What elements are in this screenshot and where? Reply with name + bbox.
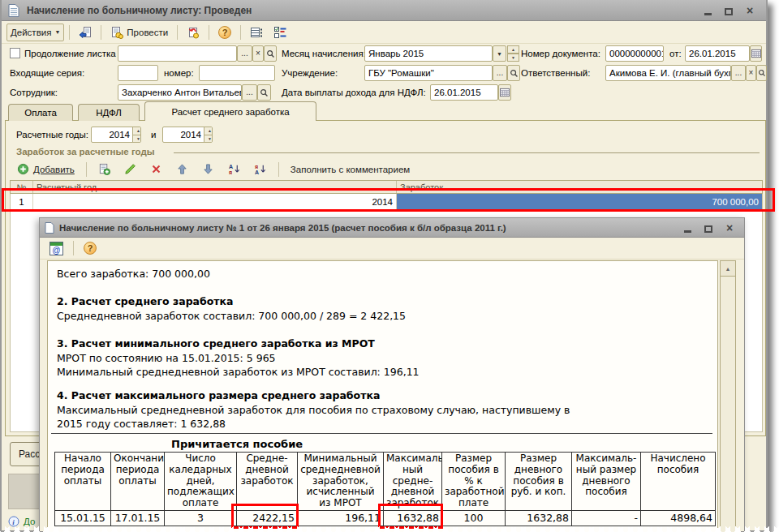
benefit-value-cell: 17.01.15 bbox=[111, 510, 165, 526]
month-dropdown-button[interactable]: ▼ bbox=[493, 45, 506, 62]
post-button[interactable]: Провести bbox=[106, 24, 172, 41]
main-titlebar[interactable]: Начисление по больничному листу: Проведе… bbox=[2, 0, 766, 21]
help-button[interactable]: ? bbox=[80, 239, 101, 257]
responsible-choose-button[interactable]: ... bbox=[731, 65, 746, 81]
row-earnings-cell-selected[interactable]: 700 000,00 bbox=[397, 194, 762, 210]
earnings-grid-row[interactable]: 1 2014 700 000,00 bbox=[10, 194, 763, 211]
year-to-spinner[interactable]: ▲ ▼ bbox=[204, 127, 213, 143]
edit-row-button[interactable] bbox=[120, 161, 141, 178]
year-to-field[interactable]: 2014 ▲ ▼ bbox=[162, 127, 213, 143]
ndfl-date-field[interactable]: 26.01.2015 bbox=[430, 84, 498, 101]
fill-with-comment-button[interactable]: Заполнить с комментарием bbox=[286, 161, 414, 178]
magnifier-icon bbox=[510, 69, 519, 78]
column-header-earnings[interactable]: Заработок bbox=[397, 181, 762, 193]
employee-choose-button[interactable]: ... bbox=[242, 84, 257, 101]
scroll-up-icon[interactable]: ▲ bbox=[721, 261, 735, 277]
actions-button[interactable]: Действия ▼ bbox=[6, 24, 64, 41]
maximize-button[interactable] bbox=[722, 5, 735, 16]
close-button[interactable]: × bbox=[723, 222, 736, 234]
doc-date-field[interactable]: 26.01.2015 bbox=[685, 45, 750, 62]
toolbar-separator bbox=[278, 162, 279, 177]
continuation-checkbox[interactable] bbox=[10, 48, 20, 58]
employee-field[interactable]: Захарченко Антон Витальеви bbox=[118, 84, 242, 101]
dialog-scrollbar[interactable]: ▲ bbox=[720, 260, 736, 532]
year-from-spinner[interactable]: ▲ ▼ bbox=[132, 127, 141, 143]
spin-down-icon[interactable]: ▼ bbox=[204, 135, 213, 144]
continuation-field[interactable] bbox=[118, 45, 237, 62]
benefit-value-cell-max-daily: 1632,88 bbox=[384, 510, 442, 526]
fill-with-comment-label: Заполнить с комментарием bbox=[291, 165, 410, 174]
report-section3-title: 3. Расчет минимального среднего заработк… bbox=[57, 337, 375, 350]
report-section2-text: Среднедневной заработок составил: 700 00… bbox=[57, 310, 406, 322]
delete-row-button[interactable] bbox=[146, 161, 167, 178]
continuation-clear-button[interactable]: × bbox=[252, 45, 264, 62]
toolbar-separator bbox=[177, 25, 178, 40]
document-icon bbox=[8, 4, 21, 17]
sort-descending-button[interactable]: яА bbox=[250, 161, 271, 178]
dialog-titlebar[interactable]: Начисление по больничному листу № 1 от 2… bbox=[40, 218, 744, 238]
institution-choose-button[interactable]: ... bbox=[493, 65, 507, 81]
add-row-label: Добавить bbox=[33, 165, 75, 174]
doc-date-calendar-button[interactable] bbox=[750, 45, 762, 62]
ndfl-date-calendar-button[interactable] bbox=[498, 84, 511, 101]
column-header-number[interactable]: № bbox=[11, 181, 33, 193]
post-document-icon bbox=[110, 26, 123, 39]
month-combobox[interactable]: Январь 2015 bbox=[364, 45, 493, 62]
row-number-cell[interactable]: 1 bbox=[11, 194, 33, 210]
toolbar-separator bbox=[69, 25, 70, 40]
benefit-header-cell: Размер дневного пособия в руб. и коп. bbox=[506, 453, 572, 511]
spin-up-icon[interactable]: ▲ bbox=[133, 127, 141, 135]
month-spinner[interactable]: ▲ ▼ bbox=[507, 45, 519, 62]
minimize-button[interactable] bbox=[681, 222, 694, 234]
responsible-label: Ответственный: bbox=[521, 68, 590, 78]
maximize-button[interactable] bbox=[702, 222, 715, 234]
incoming-series-label: Входящие серия: bbox=[10, 68, 84, 78]
responsible-open-button[interactable] bbox=[756, 65, 767, 81]
benefit-header-cell: Максималь-ный средне-дневной заработок bbox=[384, 453, 442, 511]
move-up-button[interactable] bbox=[172, 161, 193, 178]
employee-open-button[interactable] bbox=[257, 84, 271, 101]
spin-down-icon[interactable]: ▼ bbox=[507, 54, 519, 62]
sort-ascending-button[interactable]: Ая bbox=[224, 161, 245, 178]
move-down-button[interactable] bbox=[198, 161, 219, 178]
spin-up-icon[interactable]: ▲ bbox=[507, 45, 519, 54]
spin-down-icon[interactable]: ▼ bbox=[133, 135, 141, 144]
toolbar-separator bbox=[240, 25, 241, 40]
month-label: Месяц начисления: bbox=[282, 49, 366, 58]
minimize-button[interactable] bbox=[701, 5, 714, 16]
benefit-value-cell: 196,11 bbox=[298, 510, 384, 526]
help-button[interactable]: ? bbox=[214, 24, 235, 41]
close-button[interactable]: × bbox=[743, 5, 756, 16]
report-section4-text1: Максимальный среднедневной заработок для… bbox=[57, 404, 570, 416]
spin-up-icon[interactable]: ▲ bbox=[204, 127, 213, 135]
continuation-choose-button[interactable]: ... bbox=[237, 45, 252, 62]
year-from-field[interactable]: 2014 ▲ ▼ bbox=[91, 127, 141, 143]
responsible-field[interactable]: Акимова Е. И. (главный бухг bbox=[605, 65, 731, 81]
continuation-open-button[interactable] bbox=[264, 45, 277, 62]
doc-number-field[interactable]: 00000000001 bbox=[605, 45, 664, 62]
tab-payment[interactable]: Оплата bbox=[8, 104, 73, 121]
list-settings-button[interactable] bbox=[246, 24, 267, 41]
save-close-button[interactable] bbox=[75, 24, 96, 41]
row-year-cell[interactable]: 2014 bbox=[33, 194, 397, 210]
cancel-posting-icon bbox=[187, 26, 200, 39]
cancel-posting-button[interactable] bbox=[183, 24, 204, 41]
institution-field[interactable]: ГБУ "Ромашки" bbox=[364, 65, 493, 81]
year-from-value: 2014 bbox=[92, 130, 132, 139]
benefit-table-value-row: 15.01.15 17.01.15 3 2422,15 196,11 1632,… bbox=[55, 510, 716, 526]
toolbar-separator bbox=[73, 241, 74, 255]
print-button[interactable]: @ bbox=[45, 239, 67, 257]
tab-ndfl[interactable]: НДФЛ bbox=[78, 104, 140, 121]
incoming-number-field[interactable] bbox=[199, 65, 275, 81]
visibility-settings-button[interactable] bbox=[269, 24, 291, 41]
institution-open-button[interactable] bbox=[507, 65, 520, 81]
add-row-button[interactable]: Добавить bbox=[13, 161, 79, 178]
incoming-series-field[interactable] bbox=[118, 65, 158, 81]
benefit-value-cell: 100 bbox=[442, 510, 506, 526]
chevron-down-icon: ▼ bbox=[54, 29, 60, 35]
responsible-clear-button[interactable]: × bbox=[746, 65, 756, 81]
tab-average-earnings[interactable]: Расчет среднего заработка bbox=[144, 101, 316, 121]
copy-row-button[interactable] bbox=[94, 161, 115, 178]
column-header-year[interactable]: Расчетный год bbox=[33, 181, 397, 193]
doc-number-label: Номер документа: bbox=[521, 49, 600, 58]
